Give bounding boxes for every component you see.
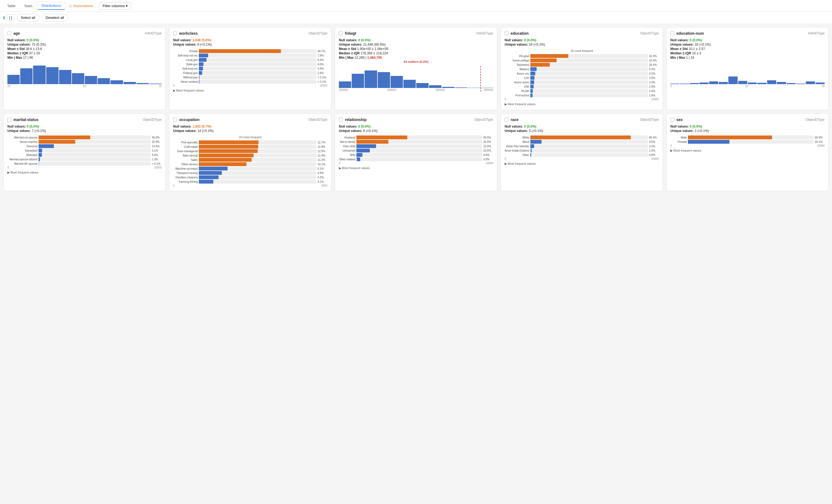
card-title-education: education: [511, 31, 638, 35]
bar: [767, 80, 776, 84]
hbar-occupation: 10 most frequent Prof-specialty 12.7% Cr…: [173, 136, 328, 187]
array-icon-button[interactable]: [ ]: [7, 15, 15, 21]
bar: [806, 81, 815, 84]
hbar-row: Divorced 13.6%: [7, 144, 162, 148]
null-values-marital-status: Null values: 0 (0.0%): [7, 124, 162, 129]
bar: [680, 84, 689, 84]
hbar-marital-status: Married-civ-spouse 46.0% Never-married 3…: [7, 136, 162, 169]
filter-columns-button[interactable]: Filter columns ▾: [99, 2, 131, 9]
mean-std-age: Mean ± Std 38.6 ± 13.6: [7, 47, 162, 51]
most-frequent-link-marital-status[interactable]: Most frequent values: [7, 171, 162, 174]
bar: [738, 81, 747, 84]
card-education-num: education-num Int64DType Null values: 0 …: [666, 27, 829, 110]
hbar-row: Black 9.6%: [504, 140, 659, 144]
card-title-sex: sex: [676, 117, 804, 122]
unique-values-marital-status: Unique values: 7 (<0.1%): [7, 129, 162, 133]
hbar-row: Other-relative 3.0%: [339, 157, 493, 161]
hbar-row: Amer-Indian-Eskimo 1.0%: [504, 149, 659, 152]
select-all-button[interactable]: Select all: [17, 14, 40, 21]
bar: [72, 73, 84, 84]
hbar-row: Never-worked < 0.1%: [173, 80, 328, 84]
outlier-text-fnlwgt: 53 outliers (0.2%): [339, 60, 493, 63]
bar: [757, 83, 766, 84]
tab-table[interactable]: Table: [3, 2, 20, 9]
card-type-education-num: Int64DType: [808, 31, 825, 35]
hbar-row: Separated 3.1%: [7, 149, 162, 152]
card-marital-status: marital-status ObjectDType Null values: …: [3, 113, 166, 191]
min-max-age: Min | Max 17 | 90: [7, 56, 162, 60]
most-frequent-link-workclass[interactable]: Most frequent values: [173, 89, 328, 92]
bar: [98, 78, 110, 84]
mean-std-education-num: Mean ± Std 10.1 ± 2.57: [670, 47, 825, 51]
null-values-sex: Null values: 0 (0.0%): [670, 124, 825, 129]
most-frequent-link-relationship[interactable]: Most frequent values: [339, 166, 493, 170]
tab-stats[interactable]: Stats: [21, 2, 36, 9]
null-values-occupation: Null values: 1,843 (5.7%): [173, 124, 328, 129]
checkbox-age[interactable]: [7, 31, 11, 35]
hbar-row: Without-pay < 0.1%: [173, 75, 328, 79]
unique-values-fnlwgt: Unique values: 21,648 (66.5%): [339, 43, 493, 47]
axis-education: 010000: [504, 98, 659, 101]
min-max-education-num: Min | Max 1 | 16: [670, 56, 825, 60]
card-type-workclass: ObjectDType: [309, 31, 328, 35]
most-frequent-link-race[interactable]: Most frequent values: [504, 162, 659, 166]
checkbox-education-num[interactable]: [670, 31, 674, 35]
checkbox-education[interactable]: [504, 31, 509, 35]
hbar-row: Not-in-family 25.5%: [339, 140, 493, 144]
bar: [796, 84, 805, 84]
histogram-age: 255075: [7, 62, 162, 88]
null-values-age: Null values: 0 (0.0%): [7, 38, 162, 42]
card-title-education-num: education-num: [676, 31, 806, 35]
null-values-fnlwgt: Null values: 0 (0.0%): [339, 38, 493, 42]
hbar-row: HS-grad 32.3%: [504, 54, 659, 58]
median-iqr-age: Median ± IQR 37 ± 20: [7, 51, 162, 55]
tab-associations[interactable]: ⚠ ⚠ AssociationsAssociations: [66, 2, 96, 9]
hbar-row: Some-college 22.4%: [504, 58, 659, 62]
hbar-row: Handlers-cleaners 4.2%: [173, 175, 328, 179]
unique-values-age: Unique values: 73 (0.2%): [7, 43, 162, 47]
checkbox-occupation[interactable]: [173, 118, 177, 121]
hbar-race: White 85.4% Black 9.6% Asian-Pac-Islande…: [504, 136, 659, 160]
checkbox-fnlwgt[interactable]: [339, 31, 343, 35]
checkbox-workclass[interactable]: [173, 31, 177, 35]
checkbox-relationship[interactable]: [339, 118, 343, 121]
axis-workclass: 020000: [173, 84, 328, 87]
card-occupation: occupation ObjectDType Null values: 1,84…: [169, 113, 332, 191]
bar: [110, 80, 123, 84]
hbar-row: Masters 5.3%: [504, 67, 659, 71]
checkbox-race[interactable]: [504, 118, 509, 121]
bar: [699, 83, 708, 84]
hbar-row: Transport-moving 4.9%: [173, 171, 328, 175]
hbar-row: Wife 4.8%: [339, 153, 493, 157]
deselect-all-button[interactable]: Deselect all: [42, 14, 68, 21]
card-type-race: ObjectDType: [640, 118, 659, 121]
card-title-fnlwgt: fnlwgt: [345, 31, 474, 35]
hbar-relationship: Husband 40.5% Not-in-family 25.5% Own-ch…: [339, 136, 493, 165]
checkbox-marital-status[interactable]: [7, 118, 11, 121]
hbar-row: Machine-op-inspct 6.1%: [173, 167, 328, 170]
axis-marital-status: 010000: [7, 166, 162, 169]
bar: [33, 65, 45, 84]
bar: [787, 83, 796, 84]
null-values-education: Null values: 0 (0.0%): [504, 38, 659, 42]
hbar-row: Female 33.1%: [670, 140, 825, 144]
bar: [7, 75, 20, 84]
bar: [136, 83, 149, 84]
bar: [815, 83, 825, 84]
card-sex: sex ObjectDType Null values: 0 (0.0%) Un…: [666, 113, 829, 191]
hbar-row: Assoc-acdm 3.3%: [504, 80, 659, 84]
card-fnlwgt: fnlwgt Int64DType Null values: 0 (0.0%) …: [335, 27, 497, 110]
tab-distributions[interactable]: Distributions: [37, 2, 66, 10]
most-frequent-link-education[interactable]: Most frequent values: [504, 103, 659, 106]
hbar-row: Unmarried 10.6%: [339, 149, 493, 152]
hbar-row: Federal-gov 2.9%: [173, 71, 328, 75]
checkbox-sex[interactable]: [670, 118, 674, 121]
bar: [365, 71, 377, 88]
most-frequent-link-sex[interactable]: Most frequent values: [670, 149, 825, 152]
hbar-row: Assoc-voc 4.2%: [504, 72, 659, 75]
hbar-row: Other-service 10.1%: [173, 162, 328, 166]
bar: [416, 83, 428, 88]
card-workclass: workclass ObjectDType Null values: 1,836…: [169, 27, 332, 110]
hbar-row: Prof-school 1.8%: [504, 93, 659, 97]
hbar-row: Male 66.9%: [670, 136, 825, 139]
